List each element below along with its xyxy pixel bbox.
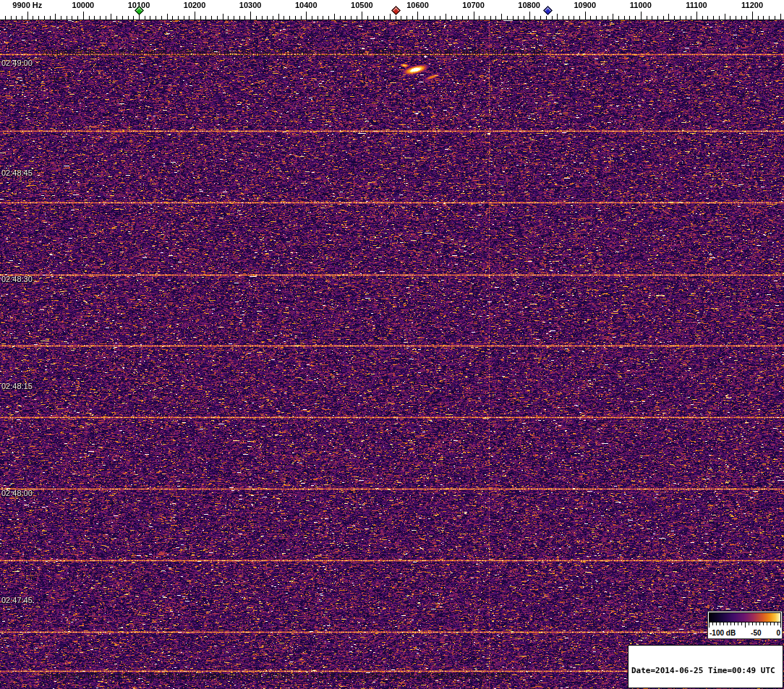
time-tick-label: 02:48:00	[1, 489, 33, 497]
event-annotation-top: 20140625004857716 hCnt38 nb-85 f10595 hi…	[41, 48, 546, 57]
color-scale-legend: -100 dB -50 0	[707, 611, 783, 639]
time-tick-label: 02:47:45	[1, 596, 33, 604]
freq-tick-label: 11200	[741, 1, 763, 9]
waterfall-panel: 20140625004857716 hCnt38 nb-85 f10595 hi…	[0, 20, 784, 689]
freq-tick-label: 10400	[295, 1, 318, 9]
event-pointer-note: ^1+57	[48, 74, 70, 83]
observation-info-box: Date=2014-06-25 Time=00:49 UTC Freq=143 …	[628, 645, 783, 688]
freq-tick-label: 11000	[630, 1, 652, 9]
legend-label-max: 0	[776, 628, 780, 638]
info-date-time: Date=2014-06-25 Time=00:49 UTC	[631, 666, 780, 675]
time-tick-label: 02:48:15	[1, 382, 33, 390]
event-annotation-bottom: 20140625004733116 hCnt37 nb-83 f10601 hi…	[41, 672, 511, 680]
time-tick-label: 02:48:30	[1, 275, 33, 283]
legend-label-mid: -50	[751, 628, 761, 638]
freq-tick-label: 10700	[462, 1, 485, 9]
freq-tick-label: 11100	[686, 1, 707, 9]
time-tick-label: 02:48:45	[1, 168, 33, 177]
meteor-spectrogram-screen: 9900 Hz100001010010200103001040010500106…	[0, 0, 784, 689]
freq-tick-label: 10200	[184, 1, 206, 9]
color-scale-gradient	[709, 612, 781, 628]
freq-tick-label: 10500	[351, 1, 373, 9]
freq-tick-label: 10800	[518, 1, 540, 9]
freq-tick-label: 10300	[239, 1, 262, 9]
freq-tick-label: 10600	[406, 1, 429, 9]
frequency-ruler: 9900 Hz100001010010200103001040010500106…	[0, 0, 784, 20]
time-tick-label: 02:49:00	[1, 59, 33, 67]
legend-label-min: -100 dB	[710, 628, 736, 638]
freq-tick-label: 10000	[72, 1, 95, 9]
freq-tick-label: 9900 Hz	[12, 1, 42, 9]
color-scale-labels: -100 dB -50 0	[709, 628, 781, 638]
freq-tick-label: 10900	[574, 1, 596, 9]
spectrogram-waterfall-canvas[interactable]	[0, 20, 784, 689]
